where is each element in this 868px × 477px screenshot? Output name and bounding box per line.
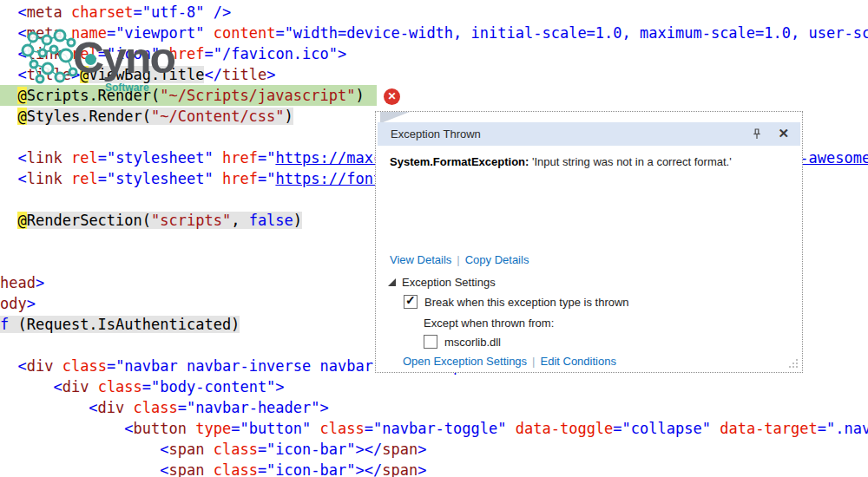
code-segment: > <box>338 45 346 62</box>
code-segment: < <box>17 357 26 375</box>
code-segment: false <box>249 212 293 229</box>
code-segment <box>0 170 17 187</box>
code-segment: rel <box>71 170 98 187</box>
code-segment: ) <box>355 87 364 104</box>
code-segment: class <box>98 378 142 395</box>
open-exception-settings-link[interactable]: Open Exception Settings <box>403 355 527 368</box>
code-segment <box>0 149 17 167</box>
pin-icon[interactable] <box>752 128 762 140</box>
code-line[interactable]: <meta charset="utf-8" /> <box>0 2 868 23</box>
code-segment: (Request.IsAuthenticated) <box>9 316 240 333</box>
code-segment: rel <box>71 45 98 62</box>
code-segment: ></ <box>355 461 382 477</box>
code-segment: title <box>27 66 71 83</box>
code-segment: "scripts" <box>151 212 231 229</box>
code-segment: type <box>195 420 231 437</box>
code-segment <box>0 24 17 42</box>
code-segment: < <box>17 45 26 62</box>
code-segment: > <box>27 295 36 312</box>
code-segment: ="stylesheet" <box>98 149 214 167</box>
code-line[interactable]: <button type="button" class="navbar-togg… <box>0 418 868 439</box>
code-segment: data-toggle <box>516 420 614 437</box>
code-segment <box>0 441 160 458</box>
code-segment: charset <box>71 3 134 21</box>
code-segment <box>204 441 213 458</box>
expander-triangle-icon[interactable] <box>388 278 396 286</box>
code-segment <box>62 170 71 187</box>
code-line[interactable]: <meta name="viewport" content="width=dev… <box>0 23 868 43</box>
code-segment: < <box>160 461 168 477</box>
error-icon[interactable]: ✕ <box>384 88 400 105</box>
code-segment: f <box>0 316 9 333</box>
code-line[interactable]: <link rel="icon" href="/favicon.ico"> <box>0 43 868 64</box>
code-line[interactable]: <title>@ViewBag.Title</title> <box>0 64 868 85</box>
code-segment: =" <box>258 149 275 167</box>
code-segment: href <box>222 149 258 167</box>
edit-conditions-link[interactable]: Edit Conditions <box>540 355 615 368</box>
code-segment: title <box>222 66 266 83</box>
break-checkbox-row: Break when this exception type is thrown <box>404 295 629 309</box>
code-segment: < <box>124 420 133 437</box>
code-segment <box>0 45 17 62</box>
link-separator: | <box>527 355 540 368</box>
code-segment <box>204 461 213 477</box>
code-segment <box>124 399 133 416</box>
code-segment: ="width=device-width, initial-scale=1.0,… <box>275 24 868 42</box>
close-icon[interactable]: ✕ <box>778 126 789 141</box>
exception-popup: Exception Thrown ✕ System.FormatExceptio… <box>375 111 803 373</box>
code-segment: ="icon" <box>98 45 161 62</box>
code-segment: class <box>134 399 178 416</box>
code-segment: > <box>418 441 426 458</box>
code-segment: name <box>71 24 107 42</box>
code-segment: div <box>98 399 125 416</box>
code-segment: ody <box>0 295 27 312</box>
break-checkbox[interactable] <box>404 295 418 309</box>
code-segment: @ <box>17 87 26 104</box>
code-segment: < <box>17 24 26 42</box>
code-segment: Scripts.Render( <box>27 87 161 104</box>
code-segment <box>0 66 17 83</box>
code-segment: div <box>62 378 89 395</box>
code-segment: < <box>89 399 97 416</box>
code-segment: ="stylesheet" <box>98 170 214 187</box>
code-segment: link <box>27 45 62 62</box>
exception-type: System.FormatException: <box>390 155 529 168</box>
popup-header[interactable]: Exception Thrown ✕ <box>378 122 800 146</box>
code-line[interactable]: <div class="navbar-header"> <box>0 397 868 418</box>
code-segment: ViewBag.Title <box>89 66 204 83</box>
code-segment: class <box>62 357 107 375</box>
except-when-label: Except when thrown from: <box>424 317 554 330</box>
code-line[interactable]: @Scripts.Render("~/Scripts/javascript") <box>0 85 868 106</box>
code-segment: =".navbar-collapse" <box>818 420 868 437</box>
code-segment <box>214 149 222 167</box>
code-segment: ="icon-bar" <box>258 461 356 477</box>
code-line[interactable]: <span class="icon-bar"></span> <box>0 439 868 460</box>
code-segment: rel <box>71 149 98 167</box>
code-segment <box>204 3 213 21</box>
code-segment: ></ <box>355 441 382 458</box>
code-segment: @ <box>80 66 89 83</box>
copy-details-link[interactable]: Copy Details <box>465 253 529 266</box>
code-segment: ="/favicon.ico" <box>205 45 339 62</box>
code-segment <box>311 420 319 437</box>
code-segment: </ <box>204 66 221 83</box>
code-segment: "~/Scripts/javascript" <box>160 87 355 104</box>
code-segment: meta <box>27 24 62 42</box>
code-segment <box>0 212 17 229</box>
code-segment <box>0 420 124 437</box>
code-segment: > <box>266 66 275 83</box>
view-details-link[interactable]: View Details <box>390 253 451 266</box>
code-segment: ="utf-8" <box>134 3 205 21</box>
code-segment: head <box>0 274 36 291</box>
code-segment: span <box>168 461 204 477</box>
code-line[interactable]: <span class="icon-bar"></span> <box>0 460 868 477</box>
code-segment: =" <box>258 170 275 187</box>
module-checkbox[interactable] <box>424 335 437 349</box>
code-segment: < <box>17 149 26 167</box>
resize-grip[interactable] <box>789 359 799 369</box>
code-segment <box>711 420 720 437</box>
exception-settings-header[interactable]: Exception Settings <box>388 276 496 289</box>
code-segment: content <box>214 24 276 42</box>
code-segment: ="navbar-toggle" <box>365 420 507 437</box>
code-line[interactable]: <div class="body-content"> <box>0 376 868 397</box>
